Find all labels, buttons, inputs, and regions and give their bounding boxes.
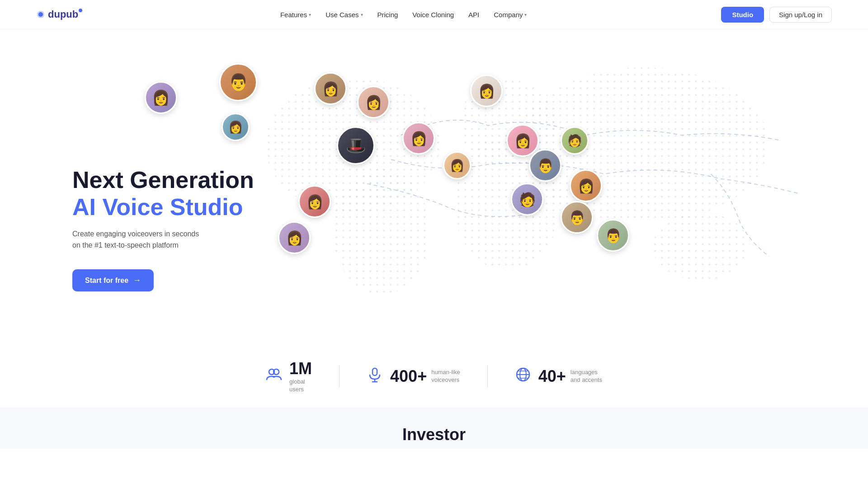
- avatar: 👩: [470, 75, 503, 107]
- svg-rect-13: [373, 368, 377, 375]
- nav-links: Features ▾ Use Cases ▾ Pricing Voice Clo…: [280, 11, 527, 19]
- hero-title-line1: Next Generation: [72, 167, 254, 194]
- arrow-right-icon: →: [133, 276, 141, 285]
- avatar: 👩: [278, 221, 311, 254]
- stat-number-voiceovers: 400+ human-like voiceovers: [390, 367, 460, 386]
- svg-point-10: [653, 213, 750, 281]
- users-icon: [266, 366, 282, 386]
- stat-number-users: 1M global users: [289, 359, 312, 394]
- stats-bar: 1M global users 400+ human-like voiceove…: [0, 346, 868, 407]
- avatar: 👩: [222, 113, 250, 141]
- avatar: 👩: [402, 122, 435, 155]
- nav-api[interactable]: API: [468, 11, 479, 19]
- globe-icon: [515, 366, 531, 386]
- hero-subtitle: Create engaging voiceovers in seconds on…: [72, 228, 254, 251]
- svg-point-6: [333, 169, 430, 295]
- stat-languages: 40+ languages and accents: [488, 366, 629, 386]
- hero-content: Next Generation AI Voice Studio Create e…: [72, 167, 254, 291]
- microphone-icon: [367, 366, 383, 386]
- nav-actions: Studio Sign up/Log in: [721, 7, 832, 23]
- avatar: 👩: [357, 86, 390, 118]
- nav-pricing[interactable]: Pricing: [377, 11, 398, 19]
- studio-button[interactable]: Studio: [721, 7, 764, 23]
- chevron-down-icon: ▾: [309, 12, 311, 17]
- avatar: 🧑: [561, 127, 589, 155]
- avatar: 👨: [561, 201, 593, 234]
- signup-button[interactable]: Sign up/Log in: [769, 7, 832, 23]
- avatar: 🎩: [337, 127, 375, 164]
- nav-company[interactable]: Company ▾: [494, 11, 527, 19]
- svg-point-1: [38, 12, 43, 17]
- hero-title-line2: AI Voice Studio: [72, 194, 254, 221]
- avatar: 🧑: [511, 183, 543, 216]
- nav-use-cases[interactable]: Use Cases ▾: [326, 11, 363, 19]
- stat-voiceovers: 400+ human-like voiceovers: [340, 366, 487, 386]
- avatar: 👩: [506, 124, 539, 157]
- avatar: 👩: [570, 169, 602, 202]
- avatar: 👩: [298, 185, 331, 218]
- start-for-free-button[interactable]: Start for free →: [72, 269, 154, 291]
- avatar: 👩: [443, 151, 471, 179]
- chevron-down-icon: ▾: [524, 12, 527, 17]
- investor-title: Investor: [0, 425, 868, 449]
- nav-voice-cloning[interactable]: Voice Cloning: [412, 11, 454, 19]
- navbar: dupub Features ▾ Use Cases ▾ Pricing Voi…: [0, 0, 868, 29]
- avatar: 👩: [314, 72, 347, 105]
- stat-users: 1M global users: [239, 359, 339, 394]
- hero-section: 👩 👨 👩 👩 👩 🎩 👩 👩 👩: [0, 29, 868, 337]
- stat-number-languages: 40+ languages and accents: [538, 367, 602, 386]
- nav-features[interactable]: Features ▾: [280, 11, 311, 19]
- avatar: 👨: [529, 149, 561, 182]
- avatar: 👩: [145, 81, 177, 114]
- svg-text:dupub: dupub: [48, 9, 78, 20]
- avatar: 👨: [597, 219, 629, 252]
- svg-point-9: [517, 67, 769, 222]
- logo[interactable]: dupub: [36, 6, 86, 23]
- chevron-down-icon: ▾: [361, 12, 363, 17]
- investor-section: Investor: [0, 407, 868, 449]
- avatar: 👨: [219, 63, 257, 101]
